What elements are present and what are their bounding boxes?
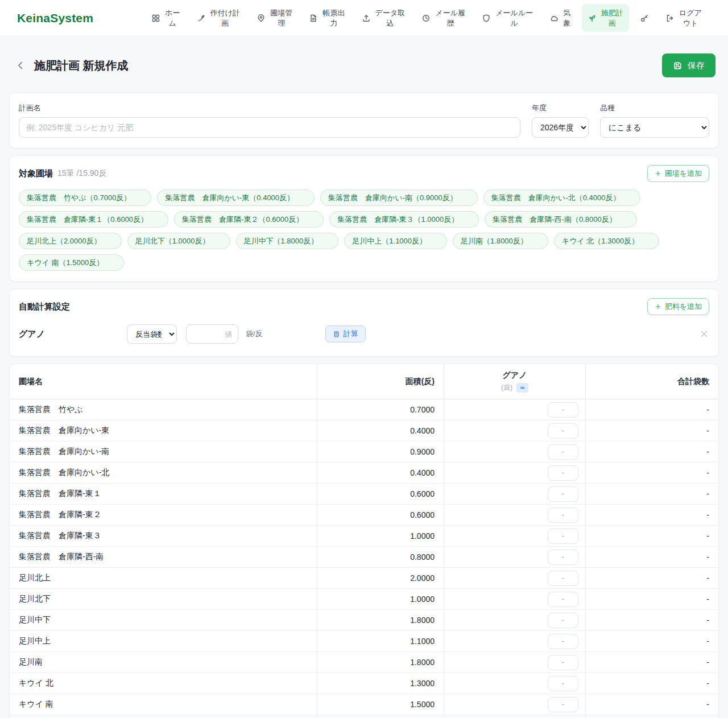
guano-bags-input[interactable]: [548, 592, 578, 607]
close-icon[interactable]: [110, 259, 116, 266]
close-icon[interactable]: [623, 216, 629, 222]
total-area-cell: 15.90: [317, 715, 444, 718]
guano-bags-input[interactable]: [548, 676, 578, 691]
home-icon: [151, 14, 160, 23]
table-row: 足川中上 1.1000 -: [10, 631, 718, 652]
approx-toggle-badge[interactable]: ≃: [516, 383, 528, 393]
total-bags-cell: -: [586, 441, 718, 462]
guano-bags-input[interactable]: [548, 402, 578, 418]
fertilizer-plan-icon: [588, 14, 597, 23]
year-select[interactable]: 2026年度: [532, 117, 589, 138]
nav-item-label: 圃場管 理: [270, 8, 292, 28]
guano-bags-input[interactable]: [548, 655, 578, 670]
table-row: 集落営農 倉庫向かい-北 0.4000 -: [10, 463, 718, 484]
close-icon[interactable]: [534, 238, 540, 244]
area-cell: 1.1000: [317, 631, 444, 651]
target-fields-count: 15筆 /15.90反: [57, 168, 106, 179]
calc-mode-select[interactable]: 反当袋数: [127, 324, 177, 344]
guano-bags-input[interactable]: [548, 613, 578, 628]
area-cell: 1.8000: [317, 610, 444, 630]
variety-select[interactable]: にこまる: [600, 117, 709, 138]
guano-bags-input[interactable]: [548, 465, 578, 481]
target-fields-title: 対象圃場: [19, 168, 53, 179]
guano-cell: [444, 463, 586, 483]
main-content: 施肥計画 新規作成 保存 計画名 年度 2026年度 品種 にこまる 対象圃場 …: [0, 53, 728, 718]
table-row: 集落営農 倉庫隣-西-南 0.8000 -: [10, 547, 718, 568]
guano-bags-input[interactable]: [548, 423, 578, 439]
table-row: 集落営農 倉庫隣-東３ 1.0000 -: [10, 526, 718, 547]
area-cell: 0.4000: [317, 463, 444, 483]
add-field-button[interactable]: 圃場を追加: [647, 165, 709, 182]
table-row: 足川北上 2.0000 -: [10, 568, 718, 589]
nav-item-weather[interactable]: 気 象: [544, 4, 576, 32]
close-icon[interactable]: [107, 238, 114, 244]
field-chip-label: キウイ 北（1.3000反）: [562, 236, 639, 246]
nav-item-mail-history[interactable]: メール履 歴: [416, 4, 471, 32]
field-chip-label: 集落営農 倉庫隣-東１（0.6000反）: [27, 214, 148, 225]
brand-logo[interactable]: KeinaSystem: [17, 11, 93, 25]
table-row: 集落営農 竹やぶ 0.7000 -: [10, 399, 718, 420]
guano-cell: [444, 505, 586, 525]
area-cell: 1.0000: [317, 526, 444, 546]
guano-bags-input[interactable]: [548, 571, 578, 586]
close-icon[interactable]: [464, 195, 470, 201]
total-bags-cell: -: [586, 547, 718, 567]
table-row: 集落営農 倉庫向かい-南 0.9000 -: [10, 441, 718, 463]
guano-bags-input[interactable]: [548, 507, 578, 523]
close-icon[interactable]: [154, 216, 160, 222]
close-icon[interactable]: [465, 216, 471, 222]
close-icon[interactable]: [216, 238, 222, 244]
guano-bags-input[interactable]: [548, 697, 578, 712]
plan-name-input[interactable]: [19, 117, 520, 138]
guano-bags-input[interactable]: [548, 529, 578, 544]
close-icon[interactable]: [433, 238, 439, 244]
nav-item-logout[interactable]: ログア ウト: [660, 4, 708, 32]
guano-cell: [444, 526, 586, 546]
table-row: 集落営農 倉庫向かい-東 0.4000 -: [10, 420, 718, 441]
guano-cell: [444, 441, 586, 462]
nav-item-mail-rule[interactable]: メールルー ル: [476, 4, 539, 32]
calc-value-input[interactable]: [186, 324, 238, 344]
nav-item-fertilizer-plan[interactable]: 施肥計 画: [582, 4, 629, 32]
close-icon[interactable]: [645, 238, 651, 244]
close-icon[interactable]: [309, 216, 316, 222]
field-name-cell: 集落営農 倉庫向かい-南: [10, 441, 317, 462]
nav-item-api-key[interactable]: [634, 10, 655, 27]
mail-history-icon: [421, 14, 431, 23]
close-icon[interactable]: [137, 195, 143, 201]
guano-bags-input[interactable]: [548, 444, 578, 460]
header-guano-name: グアノ: [503, 370, 527, 381]
table-total-row: 合計 15.90 - -: [10, 715, 718, 718]
chevron-left-icon: [15, 60, 26, 71]
close-icon[interactable]: [300, 195, 307, 201]
nav-item-label: メール履 歴: [435, 8, 465, 28]
calculate-button[interactable]: 計算: [325, 325, 366, 343]
field-chip: 足川北下（1.0000反）: [127, 233, 230, 249]
field-chip-label: キウイ 南（1.5000反）: [27, 258, 104, 268]
guano-bags-input[interactable]: [548, 634, 578, 649]
field-chip: 足川北上（2.0000反）: [19, 233, 122, 249]
guano-bags-input[interactable]: [548, 550, 578, 565]
plus-icon: [655, 303, 661, 310]
field-chip: 集落営農 倉庫向かい-北（0.4000反）: [483, 189, 641, 206]
nav-item-crop-plan[interactable]: 作付け計 画: [191, 4, 246, 32]
nav-item-field-management[interactable]: 圃場管 理: [251, 4, 298, 32]
close-icon[interactable]: [626, 195, 632, 201]
nav-item-data-import[interactable]: データ取 込: [356, 4, 411, 32]
crop-plan-icon: [197, 14, 206, 23]
guano-bags-input[interactable]: [548, 486, 578, 502]
nav-item-report-output[interactable]: 帳票出 力: [303, 4, 350, 32]
close-icon[interactable]: [324, 238, 330, 244]
field-chip-label: 集落営農 倉庫隣-東３（1.0000反）: [337, 214, 458, 225]
header-guano-unit: (袋): [501, 383, 512, 393]
field-chip-label: 集落営農 倉庫向かい-南（0.9000反）: [328, 193, 457, 203]
save-button[interactable]: 保存: [662, 53, 715, 77]
field-chip: 集落営農 倉庫隣-東１（0.6000反）: [19, 211, 168, 228]
back-button[interactable]: [13, 57, 28, 73]
add-fertilizer-button[interactable]: 肥料を追加: [647, 298, 709, 315]
guano-cell: [444, 694, 586, 715]
remove-fertilizer-button[interactable]: [699, 329, 709, 339]
field-name-cell: 集落営農 倉庫隣-東３: [10, 526, 317, 546]
header-total-bags: 合計袋数: [586, 364, 718, 399]
nav-item-home[interactable]: ホー ム: [146, 4, 185, 32]
